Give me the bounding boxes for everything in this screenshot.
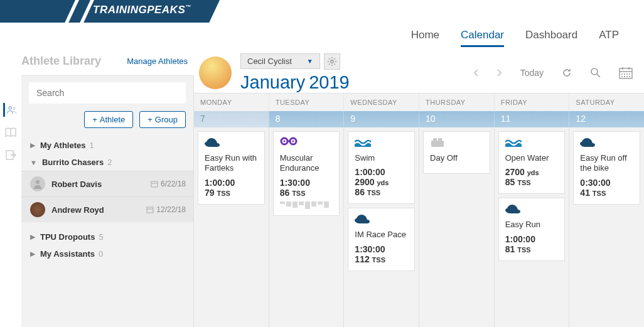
run-icon bbox=[580, 137, 633, 149]
svg-line-11 bbox=[597, 74, 600, 77]
svg-point-16 bbox=[621, 73, 623, 75]
workout-card[interactable]: Easy Run1:00:0081 TSS bbox=[498, 198, 566, 260]
prev-button[interactable] bbox=[473, 68, 479, 77]
search-button[interactable] bbox=[590, 67, 601, 78]
chevron-right-icon: ▶ bbox=[30, 233, 35, 241]
athlete-dropdown[interactable]: Cecil Cyclist ▼ bbox=[240, 53, 320, 69]
day-column[interactable]: Easy Run with Fartleks1:00:0079 TSS bbox=[194, 127, 269, 327]
search-icon bbox=[590, 67, 601, 78]
next-button[interactable] bbox=[496, 68, 503, 77]
day-column[interactable]: Easy Run off the bike0:30:0041 TSS bbox=[569, 127, 644, 327]
run-icon bbox=[355, 213, 408, 226]
day-header: FRIDAY bbox=[494, 94, 569, 111]
workout-tss: 85 TSS bbox=[505, 177, 559, 187]
workout-tss: 86 TSS bbox=[355, 187, 408, 197]
workout-metric: 1:00:00 bbox=[355, 167, 408, 177]
workout-title: Easy Run off the bike bbox=[580, 153, 633, 174]
workout-title: Easy Run with Fartleks bbox=[205, 153, 258, 174]
group-my-assistants[interactable]: ▶ My Assistants 0 bbox=[21, 245, 193, 262]
calendar-icon bbox=[151, 180, 158, 188]
month-title: January2019 bbox=[240, 72, 350, 93]
workout-tss: 112 TSS bbox=[355, 254, 408, 264]
day-header-row: MONDAYTUESDAYWEDNESDAYTHURSDAYFRIDAYSATU… bbox=[194, 93, 644, 111]
nav-dashboard[interactable]: Dashboard bbox=[525, 29, 577, 47]
svg-point-26 bbox=[283, 141, 285, 142]
manage-athletes-link[interactable]: Manage Athletes bbox=[127, 56, 188, 66]
svg-rect-12 bbox=[620, 68, 632, 78]
athlete-row[interactable]: Andrew Royd 12/22/18 bbox=[21, 196, 193, 222]
calendar-grid: Easy Run with Fartleks1:00:0079 TSSMuscu… bbox=[194, 127, 644, 327]
day-column[interactable]: Muscular Endurance1:30:0086 TSS bbox=[269, 127, 344, 327]
calendar-header: Cecil Cyclist ▼ January2019 Today bbox=[194, 53, 644, 93]
workout-card[interactable]: Easy Run off the bike0:30:0041 TSS bbox=[573, 131, 640, 205]
refresh-button[interactable] bbox=[561, 67, 572, 78]
workout-metric: 1:00:00 bbox=[205, 178, 258, 188]
topbar: TRAININGPEAKS™ bbox=[0, 0, 644, 23]
workout-card[interactable]: Muscular Endurance1:30:0086 TSS bbox=[273, 131, 340, 216]
day-number[interactable]: 8 bbox=[269, 111, 344, 127]
athlete-avatar[interactable] bbox=[199, 56, 232, 89]
svg-rect-31 bbox=[438, 138, 442, 141]
day-number-row: 789101112 bbox=[194, 111, 644, 127]
group-burrito-chasers[interactable]: ▼ Burrito Chasers 2 bbox=[21, 154, 193, 171]
day-number[interactable]: 12 bbox=[569, 111, 644, 127]
logo-text: TRAININGPEAKS™ bbox=[93, 4, 191, 16]
search-input[interactable] bbox=[29, 82, 186, 104]
day-header: SATURDAY bbox=[569, 94, 644, 111]
workout-title: Swim bbox=[355, 153, 408, 163]
svg-point-20 bbox=[621, 76, 623, 77]
add-athlete-button[interactable]: +Athlete bbox=[84, 111, 133, 128]
calendar-view-button[interactable] bbox=[619, 67, 633, 79]
plus-icon: + bbox=[148, 115, 153, 124]
day-number[interactable]: 9 bbox=[343, 111, 419, 127]
svg-point-21 bbox=[624, 76, 625, 77]
day-column[interactable]: Swim1:00:002900 yds86 TSSIM Race Pace1:3… bbox=[343, 127, 419, 327]
svg-point-23 bbox=[629, 76, 630, 77]
chevron-right-icon: ▶ bbox=[30, 250, 35, 258]
plus-icon: + bbox=[92, 115, 97, 124]
day-column[interactable]: Day Off bbox=[419, 127, 494, 327]
rail-library-icon[interactable] bbox=[4, 126, 18, 139]
run-icon bbox=[205, 137, 258, 149]
nav-calendar[interactable]: Calendar bbox=[461, 29, 504, 47]
svg-rect-5 bbox=[151, 181, 158, 187]
nav-home[interactable]: Home bbox=[411, 29, 439, 47]
svg-point-27 bbox=[292, 141, 294, 142]
settings-button[interactable] bbox=[324, 53, 340, 70]
rail-athletes-icon[interactable] bbox=[3, 103, 17, 117]
calendar: Cecil Cyclist ▼ January2019 Today bbox=[194, 53, 644, 327]
day-number[interactable]: 11 bbox=[494, 111, 569, 127]
day-number[interactable]: 10 bbox=[419, 111, 494, 127]
workout-card[interactable]: Day Off bbox=[423, 131, 490, 174]
workout-tss: 81 TSS bbox=[505, 244, 559, 254]
sidebar-title: Athlete Library bbox=[21, 55, 101, 68]
day-number[interactable]: 7 bbox=[194, 111, 269, 127]
day-column[interactable]: Open Water2700 yds85 TSSEasy Run1:00:008… bbox=[494, 127, 569, 327]
calendar-icon bbox=[619, 67, 633, 79]
athlete-date: 12/22/18 bbox=[146, 205, 186, 214]
workout-tss: 86 TSS bbox=[280, 188, 333, 198]
workout-card[interactable]: Easy Run with Fartleks1:00:0079 TSS bbox=[198, 131, 265, 205]
workout-card[interactable]: Open Water2700 yds85 TSS bbox=[498, 131, 566, 194]
chevron-down-icon: ▼ bbox=[30, 159, 37, 166]
svg-point-0 bbox=[8, 107, 11, 109]
refresh-icon bbox=[561, 67, 572, 78]
today-button[interactable]: Today bbox=[520, 68, 544, 78]
workout-metric: 2900 yds bbox=[355, 177, 408, 187]
svg-point-22 bbox=[626, 76, 628, 77]
nav-atp[interactable]: ATP bbox=[599, 29, 619, 47]
workout-metric: 0:30:00 bbox=[580, 178, 633, 188]
day-header: THURSDAY bbox=[419, 94, 494, 111]
group-my-athletes[interactable]: ▶ My Athletes 1 bbox=[21, 137, 193, 154]
group-tpu-dropouts[interactable]: ▶ TPU Dropouts 5 bbox=[21, 228, 193, 245]
swim-icon bbox=[355, 137, 408, 149]
athlete-row[interactable]: Robert Davis 6/22/18 bbox=[21, 171, 193, 196]
calendar-icon bbox=[146, 206, 154, 213]
svg-rect-29 bbox=[431, 141, 444, 147]
add-group-button[interactable]: +Group bbox=[139, 111, 186, 128]
workout-card[interactable]: Swim1:00:002900 yds86 TSS bbox=[348, 131, 415, 204]
workout-card[interactable]: IM Race Pace1:30:00112 TSS bbox=[348, 208, 415, 271]
workout-title: Easy Run bbox=[505, 220, 559, 230]
rail-exit-icon[interactable] bbox=[4, 148, 18, 162]
avatar bbox=[30, 176, 45, 191]
